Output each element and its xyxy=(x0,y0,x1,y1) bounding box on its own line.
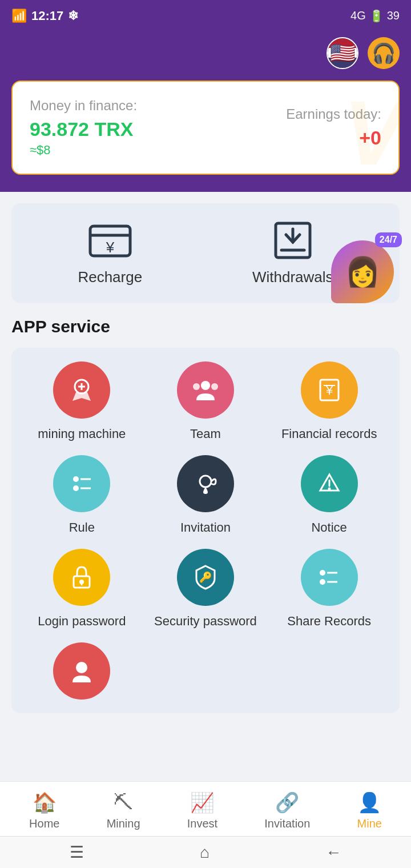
support-float: 👩 24/7 xyxy=(331,240,394,303)
invitation-nav-icon: 🔗 xyxy=(275,791,299,814)
recharge-button[interactable]: ¥ Recharge xyxy=(78,220,142,286)
invitation-label: Invitation xyxy=(180,520,231,535)
invitation-icon xyxy=(177,455,234,512)
recharge-label: Recharge xyxy=(78,268,142,286)
status-left: 📶 12:17 ❄ xyxy=(11,9,78,23)
signal-icon: 📶 xyxy=(11,9,27,23)
svg-point-9 xyxy=(201,381,210,390)
back-button[interactable]: ← xyxy=(325,843,341,862)
time: 12:17 xyxy=(31,9,63,23)
service-team[interactable]: Team xyxy=(147,361,265,441)
financial-records-icon: ¥ xyxy=(301,361,358,419)
svg-point-11 xyxy=(211,383,218,390)
usd-approx: ≈$8 xyxy=(30,143,137,158)
watermark: V xyxy=(343,87,400,175)
service-financial-records[interactable]: ¥ Financial records xyxy=(270,361,388,441)
finance-card: V Money in finance: 93.872 TRX ≈$8 Earni… xyxy=(11,81,400,175)
service-security-password[interactable]: 🔑 Security password xyxy=(147,549,265,629)
app-service-title: APP service xyxy=(11,317,400,336)
team-label: Team xyxy=(190,427,221,441)
notice-label: Notice xyxy=(311,520,346,535)
flag-button[interactable]: 🇺🇸 xyxy=(327,37,358,69)
financial-records-label: Financial records xyxy=(281,427,377,441)
nav-invitation[interactable]: 🔗 Invitation xyxy=(264,791,310,830)
service-grid: mining machine Team ¥ Finan xyxy=(23,361,388,700)
app-service-section: APP service mining machine xyxy=(11,317,400,713)
service-share-records[interactable]: Share Records xyxy=(270,549,388,629)
nav-mining[interactable]: ⛏ Mining xyxy=(107,791,140,830)
svg-text:¥: ¥ xyxy=(106,239,115,256)
mining-machine-label: mining machine xyxy=(38,427,126,441)
home-icon: 🏠 xyxy=(33,791,57,814)
service-profile[interactable] xyxy=(23,642,141,700)
money-label: Money in finance: xyxy=(30,98,137,114)
finance-section: V Money in finance: 93.872 TRX ≈$8 Earni… xyxy=(0,81,411,192)
service-login-password[interactable]: Login password xyxy=(23,549,141,629)
nav-mining-label: Mining xyxy=(107,817,140,830)
nav-mine-label: Mine xyxy=(357,817,382,830)
mining-icon: ⛏ xyxy=(114,791,133,814)
nav-invest-label: Invest xyxy=(187,817,217,830)
notice-icon xyxy=(301,455,358,512)
mining-machine-icon xyxy=(53,361,110,419)
app-icon: ❄ xyxy=(68,9,78,23)
svg-point-15 xyxy=(73,476,79,482)
login-password-icon xyxy=(53,549,110,606)
svg-point-22 xyxy=(328,488,331,491)
security-password-label: Security password xyxy=(154,614,257,629)
main-content: ¥ Recharge Withdrawals xyxy=(0,192,411,725)
share-records-label: Share Records xyxy=(287,614,371,629)
home-button[interactable]: ⌂ xyxy=(200,843,209,862)
withdrawals-icon xyxy=(270,220,316,260)
mine-icon: 👤 xyxy=(357,791,381,814)
nav-invitation-label: Invitation xyxy=(264,817,310,830)
service-invitation[interactable]: Invitation xyxy=(147,455,265,535)
system-nav: ☰ ⌂ ← xyxy=(0,836,411,868)
action-card: ¥ Recharge Withdrawals xyxy=(11,203,400,303)
rule-label: Rule xyxy=(69,520,95,535)
team-icon xyxy=(177,361,234,419)
finance-amount: 93.872 TRX xyxy=(30,118,137,140)
withdrawals-button[interactable]: Withdrawals xyxy=(252,220,333,286)
battery-level: 39 xyxy=(387,9,400,22)
svg-point-10 xyxy=(193,383,200,390)
svg-point-31 xyxy=(76,662,87,673)
profile-icon xyxy=(53,642,110,700)
bottom-nav: 🏠 Home ⛏ Mining 📈 Invest 🔗 Invitation 👤 … xyxy=(0,781,411,836)
service-grid-container: mining machine Team ¥ Finan xyxy=(11,348,400,713)
battery-icon: 🔋 xyxy=(369,9,384,23)
status-bar: 📶 12:17 ❄ 4G 🔋 39 xyxy=(0,0,411,31)
nav-home[interactable]: 🏠 Home xyxy=(29,791,59,830)
status-right: 4G 🔋 39 xyxy=(350,9,400,23)
recharge-icon: ¥ xyxy=(87,220,133,260)
svg-point-16 xyxy=(73,485,79,491)
nav-home-label: Home xyxy=(29,817,59,830)
svg-point-28 xyxy=(320,579,325,585)
rule-icon xyxy=(53,455,110,512)
support-button[interactable]: 🎧 xyxy=(368,37,400,69)
header: 🇺🇸 🎧 xyxy=(0,31,411,81)
service-mining-machine[interactable]: mining machine xyxy=(23,361,141,441)
menu-button[interactable]: ☰ xyxy=(70,843,84,862)
svg-point-19 xyxy=(200,476,211,487)
service-notice[interactable]: Notice xyxy=(270,455,388,535)
login-password-label: Login password xyxy=(38,614,126,629)
svg-text:🔑: 🔑 xyxy=(199,571,212,584)
nav-invest[interactable]: 📈 Invest xyxy=(187,791,217,830)
nav-mine[interactable]: 👤 Mine xyxy=(357,791,382,830)
withdrawals-label: Withdrawals xyxy=(252,268,333,286)
service-rule[interactable]: Rule xyxy=(23,455,141,535)
svg-point-27 xyxy=(320,570,325,576)
invest-icon: 📈 xyxy=(190,791,214,814)
signal-icon-right: 4G xyxy=(350,9,366,22)
finance-left: Money in finance: 93.872 TRX ≈$8 xyxy=(30,98,137,158)
share-records-icon xyxy=(301,549,358,606)
security-password-icon: 🔑 xyxy=(177,549,234,606)
